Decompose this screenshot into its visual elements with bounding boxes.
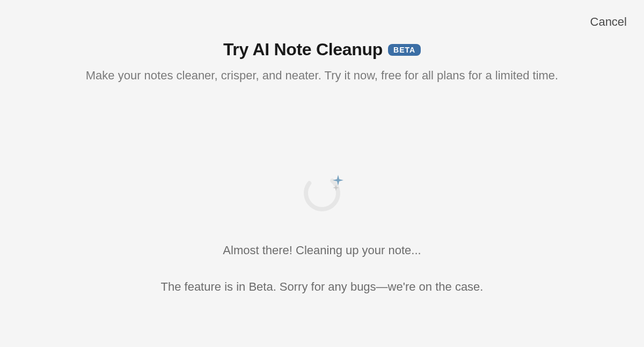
- dialog-subtitle: Make your notes cleaner, crisper, and ne…: [64, 67, 580, 84]
- beta-badge: BETA: [388, 44, 421, 56]
- title-row: Try AI Note Cleanup BETA: [0, 40, 644, 60]
- dialog-header: Try AI Note Cleanup BETA Make your notes…: [0, 0, 644, 84]
- sparkle-small-icon: [333, 184, 339, 191]
- loading-indicator: [0, 174, 644, 212]
- dialog-title: Try AI Note Cleanup: [223, 40, 383, 60]
- cancel-button[interactable]: Cancel: [590, 15, 627, 29]
- sparkle-large-icon: [333, 175, 343, 186]
- beta-disclaimer-text: The feature is in Beta. Sorry for any bu…: [0, 280, 644, 294]
- loading-status-text: Almost there! Cleaning up your note...: [0, 243, 644, 257]
- spinner-icon: [303, 174, 341, 212]
